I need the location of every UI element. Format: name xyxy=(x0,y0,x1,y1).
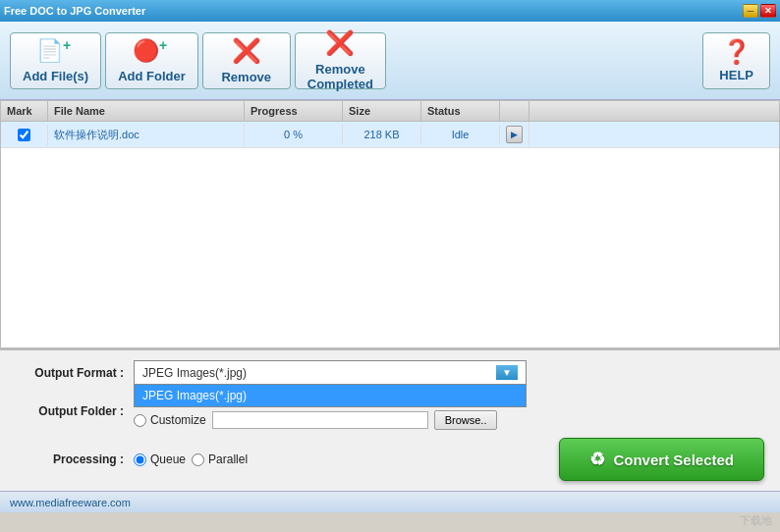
add-files-label: Add File(s) xyxy=(23,69,88,83)
processing-convert-row: Processing : Queue Parallel ♻ Convert Se… xyxy=(16,438,764,481)
browse-button[interactable]: Browse.. xyxy=(434,410,498,430)
document-icon: 📄 xyxy=(36,38,63,64)
status-bar: www.mediafreeware.com 下载地 xyxy=(0,491,780,512)
minimize-button[interactable]: ─ xyxy=(743,4,758,18)
file-area: Mark File Name Progress Size Status 软件操作… xyxy=(0,100,780,348)
processing-label: Processing : xyxy=(16,452,124,466)
radio-customize-row: Customize Browse.. xyxy=(134,410,497,430)
row-play[interactable]: ▶ xyxy=(500,122,529,147)
header-filename: File Name xyxy=(48,101,245,121)
remove-completed-icon: ❌ xyxy=(325,29,355,57)
title-bar: Free DOC to JPG Converter ─ ✕ xyxy=(0,0,780,22)
processing-row: Processing : Queue Parallel xyxy=(16,452,248,466)
toolbar: 📄 + Add File(s) 🔴 + Add Folder ❌ Remove … xyxy=(0,22,780,100)
customize-text: Customize xyxy=(150,413,206,427)
header-progress: Progress xyxy=(245,101,343,121)
add-folder-icon: 🔴 xyxy=(133,38,159,64)
help-button[interactable]: ❓ HELP xyxy=(702,32,770,89)
output-format-label: Output Format : xyxy=(16,366,124,380)
add-folder-button[interactable]: 🔴 + Add Folder xyxy=(105,32,198,89)
table-row: 软件操作说明.doc 0 % 218 KB Idle ▶ xyxy=(1,122,779,148)
queue-text: Queue xyxy=(150,452,186,466)
plus-icon2: + xyxy=(159,37,167,53)
remove-completed-button[interactable]: ❌ Remove Completed xyxy=(295,32,386,89)
remove-label: Remove xyxy=(221,70,271,84)
add-files-button[interactable]: 📄 + Add File(s) xyxy=(10,32,101,89)
close-button[interactable]: ✕ xyxy=(760,4,776,18)
radio-queue-label[interactable]: Queue xyxy=(134,452,186,466)
header-mark: Mark xyxy=(1,101,48,121)
add-folder-label: Add Folder xyxy=(118,69,186,83)
custom-path-input[interactable] xyxy=(212,411,428,429)
output-folder-label: Output Folder : xyxy=(16,404,124,418)
remove-completed-label: Remove Completed xyxy=(307,62,373,91)
file-list-header: Mark File Name Progress Size Status xyxy=(1,101,779,122)
row-filename: 软件操作说明.doc xyxy=(48,124,245,146)
recycle-icon: ♻ xyxy=(589,449,605,470)
dropdown-arrow-icon[interactable]: ▼ xyxy=(496,365,518,380)
file-checkbox[interactable] xyxy=(18,129,30,141)
format-select-box[interactable]: JPEG Images(*.jpg) ▼ xyxy=(134,360,527,385)
row-status: Idle xyxy=(421,125,500,144)
help-icon: ❓ xyxy=(722,38,752,66)
format-select-wrapper: JPEG Images(*.jpg) ▼ JPEG Images(*.jpg) xyxy=(134,360,527,385)
output-format-row: Output Format : JPEG Images(*.jpg) ▼ JPE… xyxy=(16,360,764,385)
watermark: 下载地 xyxy=(740,513,772,528)
file-list: 软件操作说明.doc 0 % 218 KB Idle ▶ xyxy=(1,122,779,347)
play-button[interactable]: ▶ xyxy=(506,126,523,143)
output-format-content: JPEG Images(*.jpg) ▼ JPEG Images(*.jpg) xyxy=(134,360,764,385)
radio-customize-label[interactable]: Customize xyxy=(134,413,206,427)
header-status: Status xyxy=(421,101,500,121)
convert-btn-label: Convert Selected xyxy=(613,452,734,468)
bottom-section: Output Format : JPEG Images(*.jpg) ▼ JPE… xyxy=(0,348,780,491)
row-progress: 0 % xyxy=(245,125,343,144)
remove-button[interactable]: ❌ Remove xyxy=(202,32,291,89)
format-selected-value: JPEG Images(*.jpg) xyxy=(142,366,247,380)
title-bar-controls: ─ ✕ xyxy=(743,4,776,18)
row-size: 218 KB xyxy=(343,125,421,144)
radio-queue[interactable] xyxy=(134,453,146,466)
dropdown-option-jpeg[interactable]: JPEG Images(*.jpg) xyxy=(135,385,526,406)
app-title: Free DOC to JPG Converter xyxy=(4,5,145,17)
radio-parallel[interactable] xyxy=(192,453,204,466)
remove-icon: ❌ xyxy=(232,37,261,65)
radio-customize[interactable] xyxy=(134,414,146,427)
radio-parallel-label[interactable]: Parallel xyxy=(192,452,248,466)
processing-content: Queue Parallel xyxy=(134,452,248,466)
convert-selected-button[interactable]: ♻ Convert Selected xyxy=(559,438,764,481)
plus-icon: + xyxy=(63,37,71,53)
parallel-text: Parallel xyxy=(208,452,248,466)
header-size: Size xyxy=(343,101,421,121)
header-action xyxy=(500,101,529,121)
website-link[interactable]: www.mediafreeware.com xyxy=(10,497,131,508)
help-label: HELP xyxy=(719,68,753,82)
dropdown-options: JPEG Images(*.jpg) xyxy=(134,385,527,407)
row-mark[interactable] xyxy=(1,125,48,145)
